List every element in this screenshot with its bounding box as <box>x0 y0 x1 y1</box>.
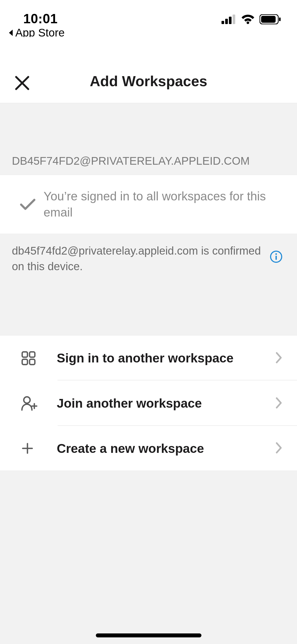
close-icon <box>15 75 30 91</box>
svg-rect-3 <box>233 15 235 24</box>
battery-icon <box>260 14 281 24</box>
status-right <box>221 14 281 24</box>
plus-icon <box>21 442 34 455</box>
join-another-workspace-row[interactable]: Join another workspace <box>0 380 297 426</box>
person-plus-icon <box>21 396 38 411</box>
checkmark-icon <box>20 198 35 210</box>
svg-point-4 <box>247 21 249 24</box>
home-indicator[interactable] <box>96 633 201 637</box>
svg-rect-7 <box>279 17 281 21</box>
sign-in-another-workspace-label: Sign in to another workspace <box>57 351 275 365</box>
page-title: Add Workspaces <box>0 73 297 90</box>
info-button[interactable] <box>270 250 282 267</box>
status-time: 10:01 <box>23 11 58 26</box>
svg-rect-0 <box>221 21 224 24</box>
svg-rect-12 <box>276 256 277 260</box>
wifi-icon <box>241 14 255 24</box>
signed-in-message: You’re signed in to all workspaces for t… <box>44 188 285 220</box>
svg-point-11 <box>275 253 277 255</box>
chevron-right-icon <box>275 397 282 409</box>
svg-rect-13 <box>22 352 27 357</box>
email-section-header: DB45F74FD2@PRIVATERELAY.APPLEID.COM <box>0 103 297 175</box>
svg-rect-6 <box>261 16 276 23</box>
svg-rect-2 <box>229 17 232 24</box>
svg-point-17 <box>24 397 30 403</box>
info-icon <box>270 250 282 263</box>
join-another-workspace-label: Join another workspace <box>57 396 275 411</box>
chevron-right-icon <box>275 441 282 454</box>
workspaces-grid-icon <box>21 351 36 366</box>
status-bar: 10:01 App Store <box>0 0 297 37</box>
svg-rect-15 <box>22 359 27 365</box>
create-new-workspace-label: Create a new workspace <box>57 441 275 456</box>
svg-rect-1 <box>225 19 228 24</box>
create-new-workspace-row[interactable]: Create a new workspace <box>0 426 297 471</box>
email-confirmed-text: db45f74fd2@privaterelay.appleid.com is c… <box>12 243 262 274</box>
back-caret-icon <box>8 29 14 36</box>
sign-in-another-workspace-row[interactable]: Sign in to another workspace <box>0 335 297 380</box>
svg-rect-16 <box>30 359 35 365</box>
signed-in-status-row: You’re signed in to all workspaces for t… <box>0 175 297 234</box>
email-confirmed-note: db45f74fd2@privaterelay.appleid.com is c… <box>0 234 297 284</box>
chevron-right-icon <box>275 351 282 364</box>
svg-rect-14 <box>30 352 35 357</box>
workspace-actions-group: Sign in to another workspace Join anothe… <box>0 335 297 471</box>
page-header: Add Workspaces <box>0 37 297 103</box>
close-button[interactable] <box>15 75 30 92</box>
cellular-signal-icon <box>221 15 236 24</box>
